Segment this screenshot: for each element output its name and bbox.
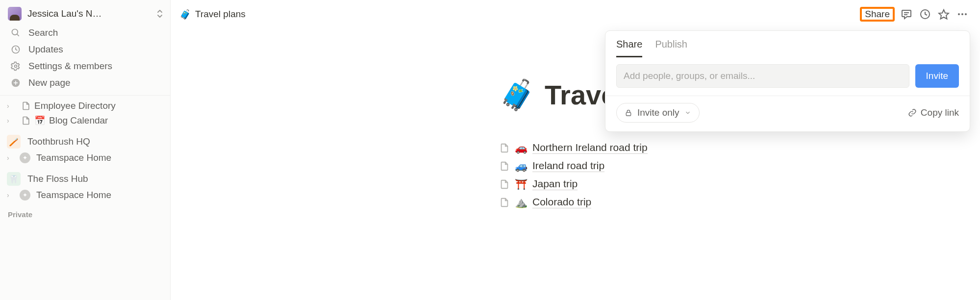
svg-point-3 <box>15 65 17 68</box>
share-tabs: Share Publish <box>605 31 970 57</box>
svg-point-13 <box>965 13 967 15</box>
sidebar-teamspace-home-2[interactable]: › ✦ Teamspace Home <box>0 188 170 202</box>
gear-icon <box>10 61 22 71</box>
svg-marker-10 <box>939 10 949 19</box>
share-label: Share <box>865 9 890 19</box>
emoji-icon: ⛩️ <box>515 178 528 190</box>
access-label: Invite only <box>637 107 679 118</box>
comments-icon[interactable] <box>900 7 913 21</box>
page-icon <box>499 197 510 208</box>
teamspace-icon: 🪥 <box>7 135 21 149</box>
history-icon[interactable] <box>918 7 932 21</box>
subpage-label: Colorado trip <box>532 196 591 208</box>
chevron-right-icon[interactable]: › <box>7 154 18 162</box>
star-icon[interactable] <box>937 7 951 21</box>
invite-row: Invite <box>605 57 970 96</box>
chevron-right-icon[interactable]: › <box>7 102 18 110</box>
nav-updates[interactable]: Updates <box>0 41 170 58</box>
sidebar-teamspace-floss[interactable]: 🦷 The Floss Hub <box>0 170 170 188</box>
subpage-link[interactable]: 🚗 Northern Ireland road trip <box>499 142 648 154</box>
page-icon <box>20 116 32 125</box>
nav-newpage[interactable]: New page <box>0 75 170 91</box>
sidebar-teamspace-toothbrush[interactable]: 🪥 Toothbrush HQ <box>0 133 170 150</box>
nav-label: Updates <box>28 44 63 55</box>
subpage-label: Northern Ireland road trip <box>532 142 648 154</box>
teamspace-label: The Floss Hub <box>27 174 88 184</box>
svg-point-0 <box>12 29 18 35</box>
page-icon <box>499 161 510 172</box>
teamspace-icon: 🦷 <box>7 172 21 186</box>
invite-button[interactable]: Invite <box>915 64 959 88</box>
page-label: Teamspace Home <box>36 190 111 200</box>
emoji-icon: ⛰️ <box>515 197 528 208</box>
workspace-switcher[interactable]: Jessica Lau's N… <box>0 3 170 25</box>
sidebar-section-private: Private <box>0 202 170 219</box>
emoji-icon: 🚗 <box>515 142 528 154</box>
svg-point-12 <box>961 13 963 15</box>
sidebar-page-employee-directory[interactable]: › Employee Directory <box>0 99 170 113</box>
page-icon <box>20 101 32 111</box>
share-button[interactable]: Share <box>860 7 895 22</box>
page-label: Teamspace Home <box>36 152 111 163</box>
link-icon <box>908 108 917 117</box>
emoji-icon: 🚙 <box>515 160 528 172</box>
svg-point-11 <box>958 13 960 15</box>
sidebar-teamspace-home-1[interactable]: › ✦ Teamspace Home <box>0 150 170 165</box>
page-label: Blog Calendar <box>49 115 108 126</box>
compass-icon: ✦ <box>20 190 30 200</box>
invite-input[interactable] <box>616 64 909 88</box>
workspace-name: Jessica Lau's N… <box>27 8 151 19</box>
chevron-down-icon <box>684 109 691 116</box>
compass-icon: ✦ <box>20 152 30 163</box>
search-icon <box>10 28 22 38</box>
breadcrumb-emoji: 🧳 <box>179 9 191 20</box>
sidebar: Jessica Lau's N… Search Updates Settings… <box>0 0 171 300</box>
subpage-link[interactable]: ⛩️ Japan trip <box>499 178 648 190</box>
svg-line-1 <box>17 34 19 36</box>
subpage-list: 🚗 Northern Ireland road trip 🚙 Ireland r… <box>499 142 648 208</box>
nav-search[interactable]: Search <box>0 25 170 41</box>
nav-label: New page <box>28 77 71 88</box>
chevron-right-icon[interactable]: › <box>7 191 18 199</box>
access-dropdown[interactable]: Invite only <box>616 103 700 123</box>
sidebar-page-blog-calendar[interactable]: › 📅 Blog Calendar <box>0 113 170 128</box>
topbar: 🧳 Travel plans Share <box>171 0 980 28</box>
copy-link-label: Copy link <box>921 107 959 118</box>
nav-label: Settings & members <box>28 61 112 72</box>
more-icon[interactable] <box>955 7 969 21</box>
page-emoji[interactable]: 🧳 <box>499 77 536 112</box>
breadcrumb[interactable]: 🧳 Travel plans <box>179 9 246 20</box>
lock-icon <box>625 109 632 117</box>
page-label: Employee Directory <box>34 100 116 111</box>
page-icon <box>499 143 510 153</box>
avatar <box>8 7 22 21</box>
emoji-icon: 📅 <box>34 115 45 126</box>
svg-rect-14 <box>626 112 630 116</box>
main: 🧳 Travel plans Share 🧳 Travel plans 🚗 <box>171 0 980 300</box>
tab-share[interactable]: Share <box>616 39 642 57</box>
unfold-icon <box>156 9 163 18</box>
clock-icon <box>10 45 22 54</box>
share-popover: Share Publish Invite Invite only <box>605 30 970 132</box>
chevron-right-icon[interactable]: › <box>7 117 18 125</box>
divider <box>0 95 170 96</box>
breadcrumb-label: Travel plans <box>195 9 246 20</box>
page-icon <box>499 179 510 190</box>
subpage-link[interactable]: 🚙 Ireland road trip <box>499 160 648 172</box>
tab-publish[interactable]: Publish <box>655 39 687 57</box>
subpage-label: Japan trip <box>532 178 578 190</box>
teamspace-label: Toothbrush HQ <box>27 136 90 147</box>
nav-label: Search <box>28 27 58 38</box>
copy-link-button[interactable]: Copy link <box>908 107 959 118</box>
plus-circle-icon <box>10 78 22 88</box>
access-row: Invite only Copy link <box>605 96 970 131</box>
subpage-label: Ireland road trip <box>532 160 604 172</box>
nav-settings[interactable]: Settings & members <box>0 58 170 75</box>
subpage-link[interactable]: ⛰️ Colorado trip <box>499 196 648 208</box>
